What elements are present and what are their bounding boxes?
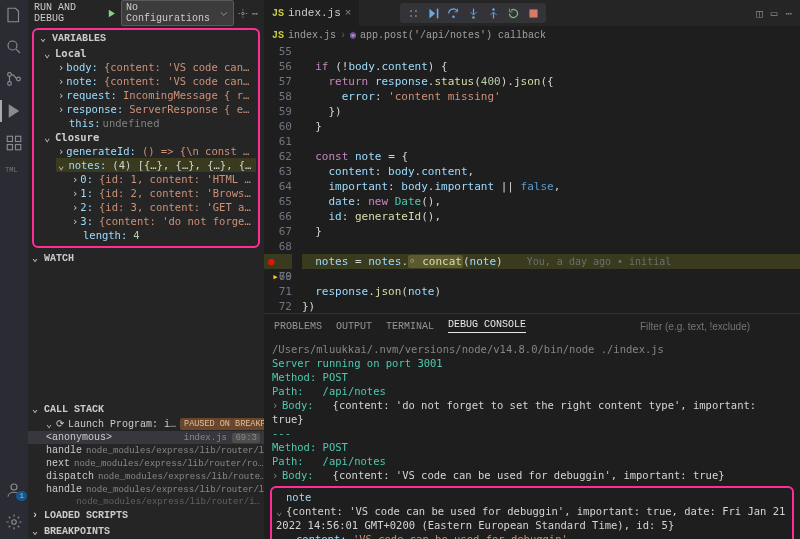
panel-title: RUN AND DEBUG xyxy=(34,2,103,24)
console-cmd: /Users/mluukkai/.nvm/versions/node/v14.8… xyxy=(272,342,792,356)
debug-side-panel: RUN AND DEBUG No Configurations ⋯ ⌄Varia… xyxy=(28,0,264,539)
debug-config-select[interactable]: No Configurations xyxy=(121,0,234,26)
section-variables[interactable]: ⌄Variables xyxy=(36,30,256,46)
var-note[interactable]: ›note:{content: 'VS code can be used for… xyxy=(56,74,256,88)
bottom-panel: PROBLEMS OUTPUT TERMINAL DEBUG CONSOLE /… xyxy=(264,313,800,539)
var-this[interactable]: this:undefined xyxy=(56,116,256,130)
tml-icon[interactable]: TML xyxy=(5,166,23,184)
var-notes-0[interactable]: ›0:{id: 1, content: 'HTML is easy', date… xyxy=(70,172,256,186)
section-breakpoints[interactable]: ⌄Breakpoints xyxy=(28,523,264,539)
var-response[interactable]: ›response:ServerResponse {_events: {…}, … xyxy=(56,102,256,116)
restart-button[interactable] xyxy=(504,5,522,21)
editor-area: JS index.js × ◫ ▭ ⋯ JS index.js › ◉ app.… xyxy=(264,0,800,539)
run-debug-icon[interactable] xyxy=(5,102,23,120)
chevron-down-icon xyxy=(219,8,229,19)
step-into-button[interactable] xyxy=(464,5,482,21)
svg-rect-7 xyxy=(16,145,21,150)
more-icon[interactable]: ⋯ xyxy=(252,7,258,20)
var-notes-2[interactable]: ›2:{id: 3, content: 'GET and POST are th… xyxy=(70,200,256,214)
section-watch[interactable]: ⌄Watch xyxy=(28,250,264,266)
extensions-icon[interactable] xyxy=(5,134,23,152)
more-actions-icon[interactable]: ⋯ xyxy=(785,7,792,20)
scope-closure[interactable]: ⌄Closure xyxy=(42,130,256,144)
svg-rect-6 xyxy=(7,145,12,150)
svg-point-8 xyxy=(11,484,17,490)
search-icon[interactable] xyxy=(5,38,23,56)
var-request[interactable]: ›request:IncomingMessage {_readableState… xyxy=(56,88,256,102)
code-lines: if (!body.content) { return response.sta… xyxy=(302,44,800,313)
scope-local[interactable]: ⌄Local xyxy=(42,46,256,60)
debug-top-bar: RUN AND DEBUG No Configurations ⋯ xyxy=(28,0,264,26)
activity-bar: TML 1 xyxy=(0,0,28,539)
svg-point-2 xyxy=(8,82,12,86)
callstack-thread[interactable]: ⌄⟳Launch Program: i…PAUSED ON BREAKPOINT xyxy=(28,417,264,431)
frame-5[interactable]: node_modules/express/lib/router/i… xyxy=(28,496,264,508)
source-control-icon[interactable] xyxy=(5,70,23,88)
frame-0[interactable]: <anonymous>index.js 69:3 xyxy=(28,431,264,444)
toggle-layout-icon[interactable]: ▭ xyxy=(771,7,778,20)
gutter: 5556575859606162636465666768▸69707172 xyxy=(264,44,302,313)
continue-button[interactable] xyxy=(424,5,442,21)
var-notes-1[interactable]: ›1:{id: 2, content: 'Browser can execute… xyxy=(70,186,256,200)
var-notes[interactable]: ⌄notes:(4) [{…}, {…}, {…}, {…}] xyxy=(56,158,256,172)
tab-output[interactable]: OUTPUT xyxy=(336,321,372,332)
svg-point-3 xyxy=(17,77,21,81)
console-note-highlight-box: note ⌄{content: 'VS code can be used for… xyxy=(270,486,794,539)
method-icon: ◉ xyxy=(350,29,356,41)
var-notes-length[interactable]: length:4 xyxy=(70,228,256,242)
svg-rect-15 xyxy=(437,8,439,18)
chevron-right-icon: › xyxy=(340,30,346,41)
section-callstack[interactable]: ⌄Call Stack xyxy=(28,401,264,417)
section-loaded-scripts[interactable]: ›Loaded Scripts xyxy=(28,508,264,523)
tab-label: index.js xyxy=(288,7,341,19)
svg-point-1 xyxy=(8,73,12,77)
breadcrumb[interactable]: JS index.js › ◉ app.post('/api/notes') c… xyxy=(264,26,800,44)
svg-point-17 xyxy=(472,16,474,18)
close-tab-icon[interactable]: × xyxy=(345,7,352,19)
svg-point-0 xyxy=(8,41,17,50)
account-badge: 1 xyxy=(16,491,27,501)
svg-rect-19 xyxy=(529,9,537,17)
tab-terminal[interactable]: TERMINAL xyxy=(386,321,434,332)
var-body[interactable]: ›body:{content: 'VS code can be used for… xyxy=(56,60,256,74)
svg-point-10 xyxy=(242,12,244,14)
step-over-button[interactable] xyxy=(444,5,462,21)
code-editor[interactable]: 5556575859606162636465666768▸69707172 if… xyxy=(264,44,800,313)
console-filter-input[interactable] xyxy=(640,321,790,332)
svg-rect-5 xyxy=(16,136,21,141)
frame-2[interactable]: nextnode_modules/express/lib/router/ro… xyxy=(28,457,264,470)
settings-gear-icon[interactable] xyxy=(5,513,23,531)
tab-index-js[interactable]: JS index.js × xyxy=(264,0,360,26)
frame-3[interactable]: dispatchnode_modules/express/lib/route… xyxy=(28,470,264,483)
start-debug-icon[interactable] xyxy=(107,8,117,19)
svg-point-18 xyxy=(492,8,494,10)
drag-handle-icon[interactable] xyxy=(404,5,422,21)
config-label: No Configurations xyxy=(126,2,216,24)
svg-point-13 xyxy=(415,10,417,12)
svg-point-12 xyxy=(410,15,412,17)
files-icon[interactable] xyxy=(5,6,23,24)
variables-highlight-box: ⌄Variables ⌄Local ›body:{content: 'VS co… xyxy=(32,28,260,248)
js-file-icon: JS xyxy=(272,8,284,19)
paused-badge: PAUSED ON BREAKPOINT xyxy=(180,418,264,430)
gear-icon[interactable] xyxy=(238,8,248,19)
var-notes-3[interactable]: ›3:{content: 'do not forget to set the r… xyxy=(70,214,256,228)
account-icon[interactable]: 1 xyxy=(5,481,23,499)
tab-problems[interactable]: PROBLEMS xyxy=(274,321,322,332)
svg-point-14 xyxy=(415,15,417,17)
var-generateId[interactable]: ›generateId:() => {\n const maxId = note… xyxy=(56,144,256,158)
js-file-icon: JS xyxy=(272,30,284,41)
svg-point-11 xyxy=(410,10,412,12)
tabs-row: JS index.js × ◫ ▭ ⋯ xyxy=(264,0,800,26)
svg-point-9 xyxy=(12,520,17,525)
tab-debug-console[interactable]: DEBUG CONSOLE xyxy=(448,319,526,333)
stop-button[interactable] xyxy=(524,5,542,21)
debug-console[interactable]: /Users/mluukkai/.nvm/versions/node/v14.8… xyxy=(264,338,800,539)
step-out-button[interactable] xyxy=(484,5,502,21)
svg-point-16 xyxy=(452,15,454,17)
split-editor-icon[interactable]: ◫ xyxy=(756,7,763,20)
frame-1[interactable]: handlenode_modules/express/lib/router/l… xyxy=(28,444,264,457)
frame-4[interactable]: handlenode_modules/express/lib/router/l… xyxy=(28,483,264,496)
git-blame-inline: You, a day ago • initial xyxy=(527,256,672,267)
svg-rect-4 xyxy=(7,136,12,141)
